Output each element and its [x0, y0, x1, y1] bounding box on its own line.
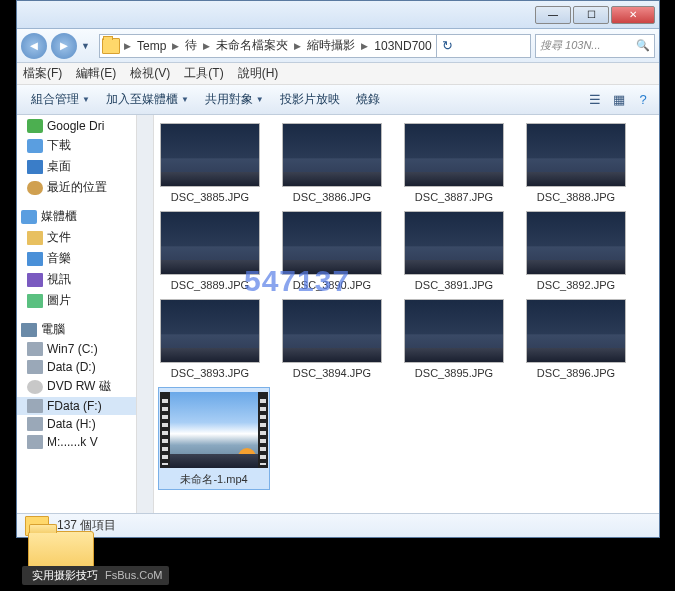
view-options-button[interactable]: ☰: [585, 90, 605, 110]
document-icon: [27, 231, 43, 245]
burn-button[interactable]: 燒錄: [348, 91, 388, 108]
file-name: DSC_3891.JPG: [415, 279, 493, 291]
breadcrumb-arrow[interactable]: ▶: [292, 41, 303, 51]
file-item[interactable]: DSC_3888.JPG: [524, 123, 628, 203]
watermark-text: 547137: [244, 264, 350, 298]
file-name: DSC_3887.JPG: [415, 191, 493, 203]
file-item[interactable]: DSC_3887.JPG: [402, 123, 506, 203]
breadcrumb-seg[interactable]: 未命名檔案夾: [212, 37, 292, 54]
desktop-icon: [27, 160, 43, 174]
menu-bar: 檔案(F) 編輯(E) 檢視(V) 工具(T) 說明(H): [17, 63, 659, 85]
breadcrumb-arrow[interactable]: ▶: [359, 41, 370, 51]
sidebar-item-music[interactable]: 音樂: [17, 248, 136, 269]
file-item[interactable]: DSC_3891.JPG: [402, 211, 506, 291]
gdrive-icon: [27, 119, 43, 133]
breadcrumb-seg[interactable]: 103ND700: [370, 39, 435, 53]
titlebar: — ☐ ✕: [17, 1, 659, 29]
help-button[interactable]: ?: [633, 90, 653, 110]
footer-watermark: 实用摄影技巧 FsBus.CoM: [22, 566, 169, 585]
include-library-button[interactable]: 加入至媒體櫃▼: [98, 91, 197, 108]
menu-file[interactable]: 檔案(F): [23, 65, 62, 82]
hdd-icon: [27, 417, 43, 431]
sidebar-heading-computer[interactable]: 電腦: [17, 319, 136, 340]
maximize-button[interactable]: ☐: [573, 6, 609, 24]
file-name: DSC_3888.JPG: [537, 191, 615, 203]
sidebar-item-ms[interactable]: M:......k V: [17, 433, 136, 451]
breadcrumb-arrow[interactable]: ▶: [170, 41, 181, 51]
sidebar-item-documents[interactable]: 文件: [17, 227, 136, 248]
sidebar-item-fdata[interactable]: FData (F:): [17, 397, 136, 415]
menu-tools[interactable]: 工具(T): [184, 65, 223, 82]
sidebar-item-win7[interactable]: Win7 (C:): [17, 340, 136, 358]
chevron-down-icon: ▼: [256, 95, 264, 104]
back-button[interactable]: ◄: [21, 33, 47, 59]
chevron-down-icon: ▼: [82, 95, 90, 104]
sidebar-item-data-d[interactable]: Data (D:): [17, 358, 136, 376]
hdd-icon: [27, 399, 43, 413]
sidebar-item-gdrive[interactable]: Google Dri: [17, 117, 136, 135]
address-bar[interactable]: ▶ Temp ▶ 待 ▶ 未命名檔案夾 ▶ 縮時攝影 ▶ 103ND700 ↻: [99, 34, 531, 58]
hdd-icon: [27, 360, 43, 374]
refresh-button[interactable]: ↻: [436, 35, 458, 57]
breadcrumb-arrow[interactable]: ▶: [201, 41, 212, 51]
minimize-button[interactable]: —: [535, 6, 571, 24]
music-icon: [27, 252, 43, 266]
file-list[interactable]: DSC_3885.JPG DSC_3886.JPG DSC_3887.JPG D…: [154, 115, 659, 513]
hdd-icon: [27, 342, 43, 356]
thumbnail: [526, 123, 626, 187]
status-bar: 137 個項目: [17, 513, 659, 537]
sidebar-item-videos[interactable]: 視訊: [17, 269, 136, 290]
menu-edit[interactable]: 編輯(E): [76, 65, 116, 82]
menu-help[interactable]: 說明(H): [238, 65, 279, 82]
sidebar-item-downloads[interactable]: 下載: [17, 135, 136, 156]
sidebar-scrollbar[interactable]: [137, 115, 154, 513]
sidebar-item-recent[interactable]: 最近的位置: [17, 177, 136, 198]
menu-view[interactable]: 檢視(V): [130, 65, 170, 82]
file-item[interactable]: DSC_3896.JPG: [524, 299, 628, 379]
computer-icon: [21, 323, 37, 337]
organize-button[interactable]: 組合管理▼: [23, 91, 98, 108]
hdd-icon: [27, 435, 43, 449]
thumbnail: [160, 299, 260, 363]
file-name: DSC_3894.JPG: [293, 367, 371, 379]
breadcrumb-seg[interactable]: 縮時攝影: [303, 37, 359, 54]
sidebar-heading-libraries[interactable]: 媒體櫃: [17, 206, 136, 227]
search-input[interactable]: 搜尋 103N... 🔍: [535, 34, 655, 58]
video-thumbnail: ▶: [170, 392, 258, 468]
sidebar-item-pictures[interactable]: 圖片: [17, 290, 136, 311]
history-dropdown[interactable]: ▼: [81, 41, 95, 51]
nav-tree: Google Dri 下載 桌面 最近的位置 媒體櫃 文件 音樂 視訊 圖片 電…: [17, 115, 137, 513]
footer-text2: FsBus.CoM: [105, 569, 162, 581]
file-name: 未命名-1.mp4: [180, 472, 247, 487]
thumbnail: [404, 123, 504, 187]
breadcrumb-seg[interactable]: 待: [181, 37, 201, 54]
file-item[interactable]: DSC_3893.JPG: [158, 299, 262, 379]
sidebar-item-data-h[interactable]: Data (H:): [17, 415, 136, 433]
sidebar-item-dvd[interactable]: DVD RW 磁: [17, 376, 136, 397]
filmstrip-icon: [258, 392, 268, 468]
file-name: DSC_3885.JPG: [171, 191, 249, 203]
file-name: DSC_3896.JPG: [537, 367, 615, 379]
share-button[interactable]: 共用對象▼: [197, 91, 272, 108]
slideshow-button[interactable]: 投影片放映: [272, 91, 348, 108]
file-item[interactable]: DSC_3894.JPG: [280, 299, 384, 379]
file-item[interactable]: DSC_3892.JPG: [524, 211, 628, 291]
close-button[interactable]: ✕: [611, 6, 655, 24]
thumbnail: [282, 299, 382, 363]
file-item[interactable]: DSC_3885.JPG: [158, 123, 262, 203]
search-icon: 🔍: [636, 39, 650, 52]
file-name: DSC_3892.JPG: [537, 279, 615, 291]
preview-pane-button[interactable]: ▦: [609, 90, 629, 110]
play-icon: ▶: [238, 448, 256, 466]
breadcrumb-arrow[interactable]: ▶: [122, 41, 133, 51]
command-bar: 組合管理▼ 加入至媒體櫃▼ 共用對象▼ 投影片放映 燒錄 ☰ ▦ ?: [17, 85, 659, 115]
sidebar-item-desktop[interactable]: 桌面: [17, 156, 136, 177]
file-item[interactable]: DSC_3895.JPG: [402, 299, 506, 379]
thumbnail: [404, 299, 504, 363]
forward-button[interactable]: ►: [51, 33, 77, 59]
file-item-video[interactable]: ▶ 未命名-1.mp4: [158, 387, 270, 490]
file-item[interactable]: DSC_3886.JPG: [280, 123, 384, 203]
file-name: DSC_3893.JPG: [171, 367, 249, 379]
search-placeholder: 搜尋 103N...: [540, 38, 601, 53]
breadcrumb-seg[interactable]: Temp: [133, 39, 170, 53]
